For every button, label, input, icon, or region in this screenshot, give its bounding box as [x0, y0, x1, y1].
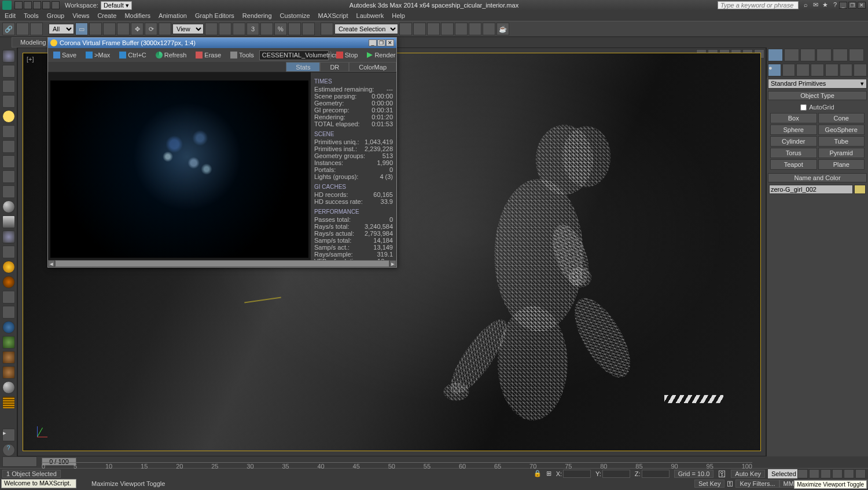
setkey-button[interactable]: Set Key	[694, 480, 725, 488]
lock-icon[interactable]: 🔒	[534, 470, 542, 477]
rock2-icon[interactable]	[2, 366, 15, 379]
material-editor-icon[interactable]	[455, 23, 468, 35]
menu-customize[interactable]: Customize	[280, 12, 310, 19]
menu-views[interactable]: Views	[72, 12, 89, 19]
create-teapot-button[interactable]: Teapot	[770, 159, 817, 170]
utility-icon[interactable]	[2, 170, 15, 183]
create-tab-icon[interactable]	[768, 49, 783, 61]
vfb-region-icon[interactable]	[330, 51, 331, 59]
hierarchy-icon[interactable]	[2, 95, 15, 108]
lights-cat-icon[interactable]	[796, 64, 810, 76]
move-icon[interactable]: ✥	[131, 23, 144, 35]
vfb-minimize-button[interactable]: _	[369, 39, 377, 46]
earth-icon[interactable]	[2, 321, 15, 334]
teapot-icon[interactable]	[2, 50, 15, 63]
primitive-category-select[interactable]: Standard Primitives▾	[768, 79, 867, 89]
menu-graph-editors[interactable]: Graph Editors	[195, 12, 234, 19]
pivot-icon[interactable]	[205, 23, 218, 35]
maximize-button[interactable]: ❐	[848, 2, 856, 9]
cameras-cat-icon[interactable]	[811, 64, 824, 76]
vfb-maximize-button[interactable]: ❐	[377, 39, 385, 46]
help-flyout-icon[interactable]: ?	[2, 444, 15, 456]
zoom-icon[interactable]	[809, 469, 819, 478]
help-icon[interactable]: ?	[831, 1, 839, 9]
sphere2-icon[interactable]	[2, 276, 15, 288]
quick-new-icon[interactable]	[14, 1, 23, 9]
menu-create[interactable]: Create	[97, 12, 116, 19]
create-pyramid-button[interactable]: Pyramid	[818, 148, 865, 158]
create-plane-button[interactable]: Plane	[818, 159, 865, 170]
vfb-copy-button[interactable]: Ctrl+C	[115, 50, 150, 60]
plant-icon[interactable]	[2, 336, 15, 349]
edit-named-sel-icon[interactable]	[302, 23, 315, 35]
expand-flyout-icon[interactable]: ▸	[2, 429, 15, 441]
favorite-icon[interactable]: ★	[821, 1, 829, 9]
quick-redo-icon[interactable]	[52, 1, 60, 9]
light-icon[interactable]	[2, 110, 15, 123]
vfb-save-button[interactable]: Save	[49, 50, 80, 60]
minimize-button[interactable]: _	[839, 2, 847, 9]
selection-filter[interactable]: All	[49, 24, 74, 34]
schematic-view-icon[interactable]	[441, 23, 454, 35]
spacewarps-cat-icon[interactable]	[840, 64, 853, 76]
create-cylinder-button[interactable]: Cylinder	[770, 136, 817, 147]
systems-cat-icon[interactable]	[854, 64, 867, 76]
close-button[interactable]: ✕	[858, 2, 866, 9]
menu-group[interactable]: Group	[47, 12, 65, 19]
camera-icon[interactable]	[2, 125, 15, 138]
key-icon[interactable]: ⚿	[718, 469, 726, 478]
y-coord-input[interactable]	[602, 470, 630, 478]
vfb-pass-select[interactable]: CESSENTIAL_Volumetrics▾	[259, 50, 329, 60]
vfb-titlebar[interactable]: Corona Virtual Frame Buffer (3000x1277px…	[48, 38, 396, 48]
keyboard-shortcut-icon[interactable]	[233, 23, 245, 35]
autokey-button[interactable]: Auto Key	[731, 470, 765, 478]
teapot2-icon[interactable]	[2, 231, 15, 243]
name-color-rollout[interactable]: Name and Color	[768, 173, 867, 182]
angle-snap-icon[interactable]	[260, 23, 273, 35]
keyfilters-button[interactable]: Key Filters...	[735, 480, 779, 488]
brush-icon[interactable]	[2, 306, 15, 319]
render-setup-icon[interactable]	[469, 23, 481, 35]
modify-tab-icon[interactable]	[784, 49, 799, 61]
menu-laubwerk[interactable]: Laubwerk	[356, 12, 384, 19]
sphere-preview-icon[interactable]	[2, 200, 15, 213]
vfb-to-max-button[interactable]: >Max	[82, 50, 114, 60]
viewport-label[interactable]: [+]	[27, 56, 34, 63]
create-torus-button[interactable]: Torus	[770, 148, 817, 158]
vfb-stats-tab[interactable]: Stats	[286, 62, 320, 72]
tool-a-icon[interactable]	[2, 185, 15, 198]
object-type-rollout[interactable]: Object Type	[768, 91, 867, 100]
help-search-input[interactable]	[718, 1, 799, 9]
vfb-stop-button[interactable]: Stop	[332, 50, 362, 60]
menu-edit[interactable]: Edit	[5, 12, 16, 19]
maxscript-listener[interactable]: Welcome to MAXScript.	[1, 479, 76, 488]
particles-icon[interactable]	[2, 291, 15, 303]
sphere3-icon[interactable]	[2, 381, 15, 394]
link-icon[interactable]: 🔗	[2, 23, 15, 35]
select-object-icon[interactable]: ▭	[75, 23, 88, 35]
render-prod-icon[interactable]: ☕	[496, 23, 509, 35]
modifier-icon[interactable]	[2, 80, 15, 93]
create-geosphere-button[interactable]: GeoSphere	[818, 125, 865, 135]
cone2-icon[interactable]	[2, 246, 15, 258]
pan-icon[interactable]	[797, 469, 808, 478]
binoculars-icon[interactable]: ⌕	[801, 1, 810, 9]
quick-save-icon[interactable]	[33, 1, 41, 9]
vfb-erase-button[interactable]: Erase	[192, 50, 225, 60]
layers-icon[interactable]	[413, 23, 426, 35]
mirror-icon[interactable]	[321, 23, 333, 35]
align-icon[interactable]	[399, 23, 412, 35]
curve-editor-icon[interactable]	[427, 23, 440, 35]
spacewarp-icon[interactable]	[2, 155, 15, 168]
menu-animation[interactable]: Animation	[159, 12, 187, 19]
create-box-button[interactable]: Box	[770, 113, 817, 123]
region-rect-icon[interactable]	[103, 23, 116, 35]
vfb-hscroll[interactable]: ◂▸	[48, 260, 396, 267]
vfb-render-button[interactable]: Render	[363, 50, 399, 60]
manipulate-icon[interactable]	[219, 23, 231, 35]
zoom-extents-icon[interactable]	[821, 469, 831, 478]
cone-icon[interactable]	[2, 215, 15, 228]
maximize-viewport-icon[interactable]	[855, 469, 866, 478]
quick-open-icon[interactable]	[24, 1, 32, 9]
menu-tools[interactable]: Tools	[24, 12, 39, 19]
